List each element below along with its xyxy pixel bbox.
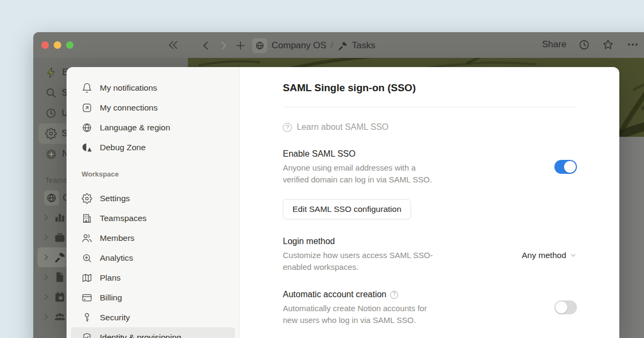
settings-nav-label: Debug Zone	[100, 143, 145, 152]
settings-nav-billing[interactable]: Billing	[71, 288, 235, 307]
plus-circle-icon	[45, 148, 57, 160]
settings-content: SAML Single sign-on (SSO) ? Learn about …	[240, 67, 619, 338]
building-icon	[82, 213, 92, 224]
globe-icon	[82, 122, 92, 133]
lightning-bolt-icon	[45, 67, 57, 79]
enable-saml-toggle[interactable]	[554, 160, 577, 174]
updates-clock-icon[interactable]	[579, 39, 590, 50]
settings-nav-label: Security	[100, 313, 130, 322]
hammer-icon	[54, 251, 66, 263]
login-method-label: Login method	[283, 236, 444, 247]
magnifier-plus-icon	[82, 253, 92, 263]
settings-nav-analytics[interactable]: Analytics	[71, 248, 235, 268]
settings-nav-teamspaces[interactable]: Teamspaces	[71, 208, 235, 228]
minimize-button[interactable]	[54, 41, 61, 49]
chevron-right-icon[interactable]	[42, 253, 50, 261]
settings-nav-members[interactable]: Members	[71, 228, 235, 248]
auto-account-creation-text: Automatic account creation ? Automatical…	[283, 289, 444, 326]
help-circle-icon: ?	[283, 123, 292, 132]
map-icon	[82, 273, 92, 283]
new-tab-icon[interactable]	[235, 40, 246, 51]
forward-icon[interactable]	[218, 40, 229, 51]
gear-icon	[82, 193, 92, 204]
settings-nav-identity-provisioning[interactable]: Identity & provisioning	[71, 327, 235, 338]
credit-card-icon	[82, 292, 92, 303]
people-group-icon	[54, 311, 66, 323]
breadcrumb-separator: /	[331, 40, 333, 51]
debug-shapes-icon	[82, 142, 92, 153]
login-method-description: Customize how users access SAML SSO-enab…	[283, 249, 444, 273]
auto-account-creation-label: Automatic account creation	[283, 289, 386, 300]
chevron-right-icon[interactable]	[42, 273, 50, 281]
document-icon	[54, 271, 66, 283]
settings-nav-settings[interactable]: Settings	[71, 188, 235, 208]
learn-about-saml-link[interactable]: ? Learn about SAML SSO	[283, 122, 389, 132]
briefcase-icon	[54, 231, 66, 244]
settings-nav-plans[interactable]: Plans	[71, 268, 235, 288]
desktop-background: Company OS / Tasks Share	[0, 0, 644, 338]
settings-nav-language-region[interactable]: Language & region	[71, 117, 235, 137]
tab-navigation: Company OS / Tasks	[201, 38, 375, 53]
learn-link-label: Learn about SAML SSO	[297, 122, 389, 132]
toggle-knob	[564, 161, 576, 173]
breadcrumb-workspace[interactable]: Company OS	[272, 40, 326, 51]
settings-nav-label: My notifications	[100, 83, 157, 93]
settings-sidebar: My notifications My connections Language…	[67, 67, 240, 338]
favorite-star-icon[interactable]	[602, 39, 614, 50]
edit-saml-config-button[interactable]: Edit SAML SSO configuration	[283, 199, 411, 219]
settings-dialog: My notifications My connections Language…	[67, 67, 619, 338]
window-controls	[41, 41, 74, 49]
members-people-icon	[82, 233, 92, 244]
enable-saml-label: Enable SAML SSO	[283, 149, 444, 159]
settings-nav-label: Language & region	[100, 123, 170, 133]
chevron-right-icon[interactable]	[42, 233, 50, 241]
close-button[interactable]	[41, 41, 49, 49]
zoom-button[interactable]	[66, 41, 74, 49]
workspace-globe-icon[interactable]	[252, 38, 267, 53]
chevron-right-icon[interactable]	[42, 313, 50, 321]
bar-chart-icon	[54, 211, 66, 224]
settings-nav-label: Members	[100, 233, 135, 243]
chevron-right-icon[interactable]	[42, 293, 50, 301]
breadcrumb-page[interactable]: Tasks	[352, 40, 375, 51]
auto-account-creation-toggle[interactable]	[554, 300, 577, 314]
toggle-knob	[555, 302, 567, 313]
enable-saml-description: Anyone using email addresses with a veri…	[283, 162, 444, 185]
shield-check-icon	[82, 332, 92, 338]
settings-nav-label: Teamspaces	[100, 214, 147, 223]
back-icon[interactable]	[201, 40, 211, 51]
arrow-up-right-square-icon	[82, 102, 92, 113]
auto-account-creation-row: Automatic account creation ? Automatical…	[283, 289, 577, 326]
collapse-sidebar-icon[interactable]	[167, 39, 179, 51]
login-method-row: Login method Customize how users access …	[283, 236, 577, 273]
share-button[interactable]: Share	[542, 39, 566, 50]
hammer-icon	[338, 41, 348, 51]
login-method-value: Any method	[522, 251, 566, 260]
page-title: SAML Single sign-on (SSO)	[283, 82, 577, 94]
settings-nav-label: My connections	[100, 103, 158, 113]
settings-nav-label: Billing	[100, 293, 122, 303]
help-circle-icon[interactable]: ?	[390, 291, 398, 299]
titlebar-actions: Share	[542, 38, 639, 51]
settings-nav-label: Settings	[100, 194, 130, 203]
settings-nav-debug-zone[interactable]: Debug Zone	[71, 137, 235, 157]
globe-icon	[44, 190, 59, 205]
login-method-dropdown[interactable]: Any method	[522, 251, 577, 260]
divider	[283, 107, 577, 107]
settings-nav-my-notifications[interactable]: My notifications	[71, 78, 235, 98]
settings-nav-label: Identity & provisioning	[100, 333, 181, 338]
more-options-icon[interactable]	[626, 38, 639, 51]
clock-icon	[45, 107, 57, 119]
settings-nav-security[interactable]: Security	[71, 307, 235, 327]
settings-nav-label: Plans	[100, 273, 121, 283]
bell-icon	[82, 83, 92, 93]
gear-icon	[45, 128, 57, 139]
enable-saml-row: Enable SAML SSO Anyone using email addre…	[283, 149, 577, 185]
settings-nav-my-connections[interactable]: My connections	[71, 98, 235, 117]
auto-account-creation-description: Automatically create Notion accounts for…	[283, 303, 444, 326]
workspace-section-heading: Workspace	[82, 169, 239, 180]
login-method-text: Login method Customize how users access …	[283, 236, 444, 273]
window-titlebar: Company OS / Tasks Share	[33, 32, 644, 58]
chevron-right-icon[interactable]	[42, 214, 50, 222]
enable-saml-text: Enable SAML SSO Anyone using email addre…	[283, 149, 444, 185]
